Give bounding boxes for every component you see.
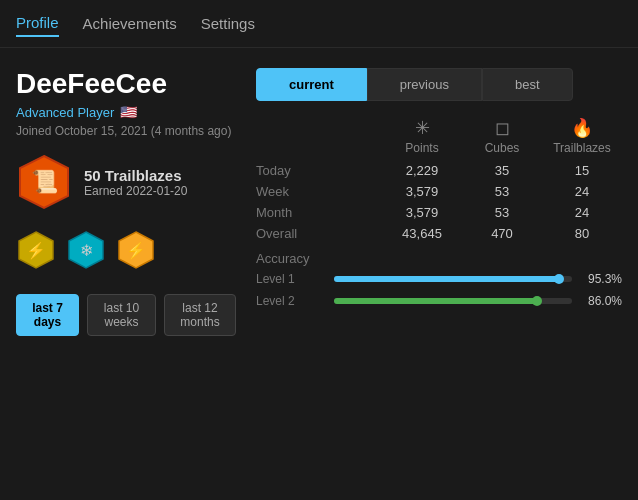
tab-best[interactable]: best — [482, 68, 573, 101]
stat-col-headers: ✳ Points ◻ Cubes 🔥 Trailblazes — [256, 117, 622, 155]
username: DeeFeeCee — [16, 68, 236, 100]
left-panel: DeeFeeCee Advanced Player 🇺🇸 Joined Octo… — [16, 68, 236, 336]
badge-date: Earned 2022-01-20 — [84, 184, 187, 198]
accuracy-header: Accuracy — [256, 251, 622, 266]
col-trailblazes: 🔥 Trailblazes — [542, 117, 622, 155]
level1-value: 95.3% — [580, 272, 622, 286]
today-cubes: 35 — [462, 163, 542, 178]
stat-tabs: current previous best — [256, 68, 622, 101]
filter-10weeks[interactable]: last 10 weeks — [87, 294, 156, 336]
today-trailblazes: 15 — [542, 163, 622, 178]
month-trailblazes: 24 — [542, 205, 622, 220]
stats-table: Today 2,229 35 15 Week 3,579 53 24 Month… — [256, 163, 622, 241]
right-panel: current previous best ✳ Points ◻ Cubes 🔥… — [256, 68, 622, 336]
trailblazes-icon: 🔥 — [542, 117, 622, 139]
filter-7days[interactable]: last 7 days — [16, 294, 79, 336]
overall-points: 43,645 — [382, 226, 462, 241]
nav-profile[interactable]: Profile — [16, 10, 59, 37]
col-cubes: ◻ Cubes — [462, 117, 542, 155]
nav-achievements[interactable]: Achievements — [83, 11, 177, 36]
week-cubes: 53 — [462, 184, 542, 199]
accuracy-title: Accuracy — [256, 251, 326, 266]
main-badge-icon: 📜 — [31, 169, 58, 195]
row-label-week: Week — [256, 184, 326, 199]
tab-current[interactable]: current — [256, 68, 367, 101]
row-label-overall: Overall — [256, 226, 326, 241]
overall-trailblazes: 80 — [542, 226, 622, 241]
level1-bar — [334, 276, 561, 282]
navigation: Profile Achievements Settings — [0, 0, 638, 48]
time-filters: last 7 days last 10 weeks last 12 months — [16, 294, 236, 336]
player-rank: Advanced Player 🇺🇸 — [16, 104, 236, 120]
accuracy-section: Accuracy Level 1 95.3% Level 2 86.0% — [256, 251, 622, 308]
week-points: 3,579 — [382, 184, 462, 199]
cubes-icon: ◻ — [462, 117, 542, 139]
level1-bar-track — [334, 276, 572, 282]
overall-cubes: 470 — [462, 226, 542, 241]
small-badges: ⚡ ❄ ⚡ — [16, 230, 236, 270]
week-trailblazes: 24 — [542, 184, 622, 199]
accuracy-level1-row: Level 1 95.3% — [256, 272, 622, 286]
stat-row-overall: Overall 43,645 470 80 — [256, 226, 622, 241]
stat-row-week: Week 3,579 53 24 — [256, 184, 622, 199]
points-icon: ✳ — [382, 117, 462, 139]
col-points: ✳ Points — [382, 117, 462, 155]
row-label-today: Today — [256, 163, 326, 178]
join-date: Joined October 15, 2021 (4 months ago) — [16, 124, 236, 138]
level2-bar — [334, 298, 539, 304]
badge-lightning-amber[interactable]: ⚡ — [116, 230, 156, 270]
main-badge-container: 📜 50 Trailblazes Earned 2022-01-20 — [16, 154, 236, 210]
month-cubes: 53 — [462, 205, 542, 220]
rank-label: Advanced Player — [16, 105, 114, 120]
accuracy-level2-row: Level 2 86.0% — [256, 294, 622, 308]
badge-lightning-gold[interactable]: ⚡ — [16, 230, 56, 270]
level2-bar-track — [334, 298, 572, 304]
level2-value: 86.0% — [580, 294, 622, 308]
main-content: DeeFeeCee Advanced Player 🇺🇸 Joined Octo… — [0, 48, 638, 352]
badge-info: 50 Trailblazes Earned 2022-01-20 — [84, 167, 187, 198]
badge-snowflake-cyan[interactable]: ❄ — [66, 230, 106, 270]
nav-settings[interactable]: Settings — [201, 11, 255, 36]
tab-previous[interactable]: previous — [367, 68, 482, 101]
today-points: 2,229 — [382, 163, 462, 178]
badge-name: 50 Trailblazes — [84, 167, 187, 184]
level1-label: Level 1 — [256, 272, 326, 286]
stat-row-today: Today 2,229 35 15 — [256, 163, 622, 178]
stat-row-month: Month 3,579 53 24 — [256, 205, 622, 220]
row-label-month: Month — [256, 205, 326, 220]
level2-label: Level 2 — [256, 294, 326, 308]
badge-icon-3: ⚡ — [126, 241, 146, 260]
month-points: 3,579 — [382, 205, 462, 220]
badge-icon-2: ❄ — [80, 241, 93, 260]
flag-icon: 🇺🇸 — [120, 104, 137, 120]
badge-icon-1: ⚡ — [26, 241, 46, 260]
main-badge-hexagon: 📜 — [16, 154, 72, 210]
filter-12months[interactable]: last 12 months — [164, 294, 236, 336]
